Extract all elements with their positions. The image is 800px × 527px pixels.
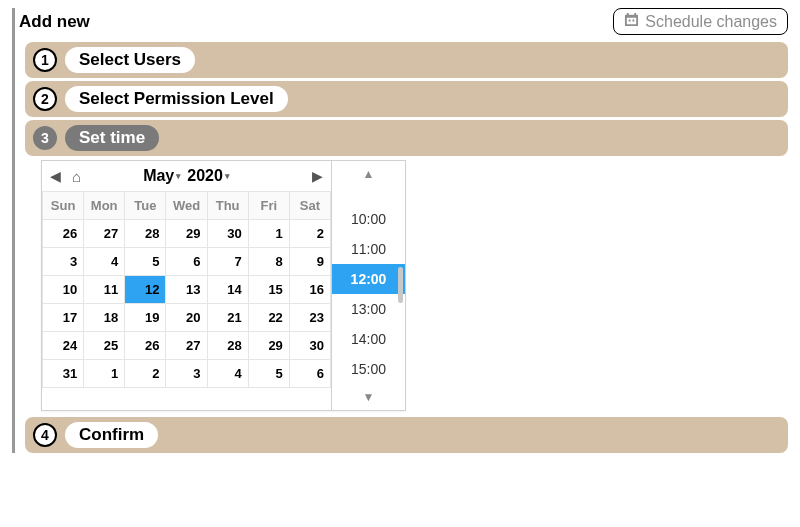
day-header: Fri bbox=[248, 192, 289, 220]
time-option[interactable] bbox=[332, 187, 405, 204]
calendar-day[interactable]: 29 bbox=[166, 220, 207, 248]
time-option[interactable]: 14:00 bbox=[332, 324, 405, 354]
calendar-day[interactable]: 28 bbox=[207, 332, 248, 360]
calendar-day[interactable]: 18 bbox=[84, 304, 125, 332]
time-option[interactable]: 15:00 bbox=[332, 354, 405, 384]
time-option[interactable]: 11:00 bbox=[332, 234, 405, 264]
step-4[interactable]: 4Confirm bbox=[25, 417, 788, 453]
schedule-changes-label: Schedule changes bbox=[645, 13, 777, 31]
step-label: Select Permission Level bbox=[65, 86, 288, 112]
calendar-day[interactable]: 1 bbox=[248, 220, 289, 248]
calendar-day[interactable]: 5 bbox=[248, 360, 289, 388]
calendar-day[interactable]: 9 bbox=[289, 248, 330, 276]
calendar-day[interactable]: 14 bbox=[207, 276, 248, 304]
time-option[interactable]: 12:00 bbox=[332, 264, 405, 294]
today-button[interactable]: ⌂ bbox=[72, 168, 81, 185]
next-month-button[interactable]: ▶ bbox=[312, 168, 323, 184]
calendar-day[interactable]: 30 bbox=[207, 220, 248, 248]
step-label: Confirm bbox=[65, 422, 158, 448]
calendar-day[interactable]: 16 bbox=[289, 276, 330, 304]
calendar-day[interactable]: 23 bbox=[289, 304, 330, 332]
step-number: 3 bbox=[33, 126, 57, 150]
calendar-day[interactable]: 4 bbox=[207, 360, 248, 388]
calendar-day[interactable]: 10 bbox=[43, 276, 84, 304]
calendar-day[interactable]: 13 bbox=[166, 276, 207, 304]
datetime-panel: ◀⌂May▾ 2020▾▶SunMonTueWedThuFriSat262728… bbox=[41, 160, 788, 411]
day-header: Mon bbox=[84, 192, 125, 220]
calendar-day[interactable]: 6 bbox=[289, 360, 330, 388]
month-select[interactable]: May▾ bbox=[143, 167, 181, 185]
calendar-day[interactable]: 2 bbox=[289, 220, 330, 248]
step-3[interactable]: 3Set time bbox=[25, 120, 788, 156]
day-header: Tue bbox=[125, 192, 166, 220]
calendar-day[interactable]: 7 bbox=[207, 248, 248, 276]
calendar-day[interactable]: 12 bbox=[125, 276, 166, 304]
calendar-day[interactable]: 29 bbox=[248, 332, 289, 360]
calendar-day[interactable]: 5 bbox=[125, 248, 166, 276]
step-number: 1 bbox=[33, 48, 57, 72]
calendar-day[interactable]: 2 bbox=[125, 360, 166, 388]
calendar-day[interactable]: 26 bbox=[125, 332, 166, 360]
time-scroll-down[interactable]: ▼ bbox=[332, 384, 405, 410]
time-option[interactable]: 13:00 bbox=[332, 294, 405, 324]
chevron-down-icon: ▾ bbox=[225, 171, 230, 181]
calendar-day[interactable]: 24 bbox=[43, 332, 84, 360]
calendar-day[interactable]: 20 bbox=[166, 304, 207, 332]
datetime-picker: ◀⌂May▾ 2020▾▶SunMonTueWedThuFriSat262728… bbox=[41, 160, 406, 411]
calendar: ◀⌂May▾ 2020▾▶SunMonTueWedThuFriSat262728… bbox=[42, 161, 331, 410]
calendar-day[interactable]: 8 bbox=[248, 248, 289, 276]
step-1[interactable]: 1Select Users bbox=[25, 42, 788, 78]
time-list: 10:0011:0012:0013:0014:0015:00 bbox=[332, 187, 405, 384]
year-select[interactable]: 2020▾ bbox=[187, 167, 230, 185]
calendar-day[interactable]: 3 bbox=[43, 248, 84, 276]
time-column: ▲ 10:0011:0012:0013:0014:0015:00▼ bbox=[331, 161, 405, 410]
calendar-day[interactable]: 17 bbox=[43, 304, 84, 332]
day-header: Sat bbox=[289, 192, 330, 220]
schedule-changes-button[interactable]: Schedule changes bbox=[613, 8, 788, 35]
step-label: Select Users bbox=[65, 47, 195, 73]
calendar-day[interactable]: 27 bbox=[84, 220, 125, 248]
calendar-day[interactable]: 28 bbox=[125, 220, 166, 248]
step-number: 4 bbox=[33, 423, 57, 447]
prev-month-button[interactable]: ◀ bbox=[50, 168, 61, 184]
calendar-day[interactable]: 11 bbox=[84, 276, 125, 304]
time-scroll-up[interactable]: ▲ bbox=[332, 161, 405, 187]
calendar-day[interactable]: 6 bbox=[166, 248, 207, 276]
calendar-day[interactable]: 19 bbox=[125, 304, 166, 332]
page-title: Add new bbox=[19, 12, 90, 32]
calendar-day[interactable]: 27 bbox=[166, 332, 207, 360]
day-header: Wed bbox=[166, 192, 207, 220]
scrollbar-thumb[interactable] bbox=[398, 267, 403, 303]
day-header: Thu bbox=[207, 192, 248, 220]
calendar-day[interactable]: 21 bbox=[207, 304, 248, 332]
calendar-grid: SunMonTueWedThuFriSat2627282930123456789… bbox=[42, 191, 331, 388]
calendar-day[interactable]: 4 bbox=[84, 248, 125, 276]
calendar-day[interactable]: 25 bbox=[84, 332, 125, 360]
calendar-day[interactable]: 1 bbox=[84, 360, 125, 388]
day-header: Sun bbox=[43, 192, 84, 220]
calendar-day[interactable]: 3 bbox=[166, 360, 207, 388]
calendar-day[interactable]: 22 bbox=[248, 304, 289, 332]
time-option[interactable]: 10:00 bbox=[332, 204, 405, 234]
calendar-icon bbox=[624, 12, 639, 31]
step-number: 2 bbox=[33, 87, 57, 111]
step-label: Set time bbox=[65, 125, 159, 151]
calendar-day[interactable]: 31 bbox=[43, 360, 84, 388]
step-2[interactable]: 2Select Permission Level bbox=[25, 81, 788, 117]
calendar-day[interactable]: 15 bbox=[248, 276, 289, 304]
calendar-day[interactable]: 26 bbox=[43, 220, 84, 248]
calendar-day[interactable]: 30 bbox=[289, 332, 330, 360]
chevron-down-icon: ▾ bbox=[176, 171, 181, 181]
